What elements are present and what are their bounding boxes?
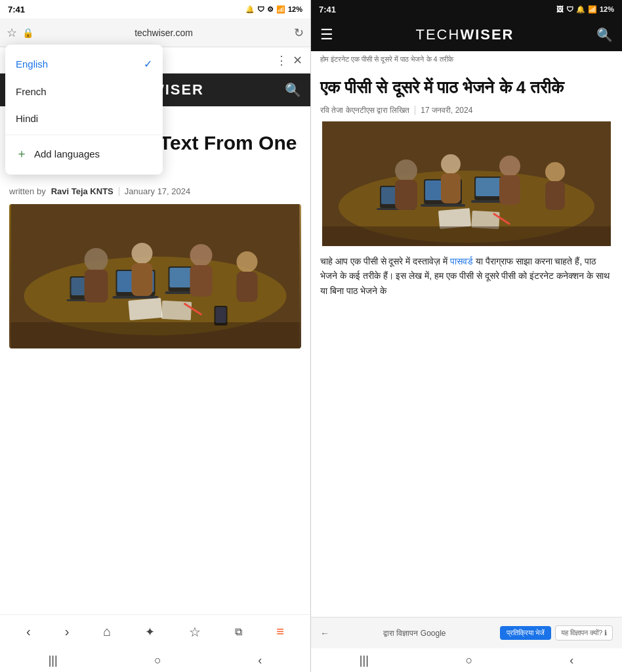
ad-bar: ← द्वारा विज्ञापन Google प्रतिक्रिया भेज… xyxy=(311,617,622,648)
site-header-right: ☰ TECHWISER 🔍 xyxy=(311,18,622,51)
svg-point-17 xyxy=(237,251,258,272)
svg-point-11 xyxy=(85,248,108,272)
status-bar-left: 7:41 🔔 🛡 ⚙ 📶 12% xyxy=(0,0,310,18)
body-part1: चाहे आप एक पीसी से दूसरे में दस्तावेज़ म… xyxy=(320,256,450,266)
shield-icon-right: 🛡 xyxy=(566,5,573,13)
language-hindi[interactable]: Hindi xyxy=(5,105,163,132)
recents-button-left[interactable]: ||| xyxy=(49,654,58,667)
bookmark-button-left[interactable]: ☆ xyxy=(189,624,201,640)
svg-point-15 xyxy=(190,244,213,266)
close-translate-icon[interactable]: ✕ xyxy=(293,53,302,68)
bottom-nav-left: ‹ › ⌂ ✦ ☆ ⧉ ≡ xyxy=(0,614,310,648)
right-phone: 7:41 🖼 🛡 🔔 📶 12% ☰ TECHWISER 🔍 होम इंटरन… xyxy=(311,0,622,672)
article-meta-right: रवि तेजा केएनटीएस द्वारा लिखित 17 जनवरी,… xyxy=(320,106,613,115)
ad-back-icon[interactable]: ← xyxy=(320,628,329,639)
notifications-icon: 🔔 xyxy=(245,5,255,14)
search-icon-left[interactable]: 🔍 xyxy=(285,82,301,98)
recents-button-right[interactable]: ||| xyxy=(360,654,369,667)
why-ad-text: यह विज्ञापन क्यों? xyxy=(561,629,602,637)
back-button-left[interactable]: ‹ xyxy=(26,624,31,639)
svg-rect-18 xyxy=(237,272,258,302)
article-meta-left: written by Ravi Teja KNTS January 17, 20… xyxy=(9,186,301,196)
time-left: 7:41 xyxy=(8,5,25,14)
svg-point-36 xyxy=(395,159,417,182)
meta-divider-left xyxy=(119,187,119,196)
publish-date-left: January 17, 2024 xyxy=(125,186,190,196)
info-icon: ℹ xyxy=(604,629,607,637)
publish-date-right: 17 जनवरी, 2024 xyxy=(421,106,472,115)
time-right: 7:41 xyxy=(319,5,336,14)
add-languages-item[interactable]: ＋ Add languages xyxy=(5,138,163,169)
english-label: English xyxy=(16,58,48,70)
gallery-icon-right: 🖼 xyxy=(556,5,564,13)
svg-rect-29 xyxy=(421,204,465,207)
svg-point-13 xyxy=(132,243,153,264)
svg-rect-16 xyxy=(190,265,213,297)
meeting-image-right-svg xyxy=(320,121,613,246)
logo-tech-right: TECH xyxy=(415,26,460,43)
refresh-icon[interactable]: ↻ xyxy=(294,26,304,40)
written-by-label: written by xyxy=(9,186,46,196)
forward-button-left[interactable]: › xyxy=(65,624,70,639)
language-english[interactable]: English ✓ xyxy=(5,50,163,78)
french-label: French xyxy=(16,86,47,97)
article-content-left: 4 Ways to Send Text From One PC to Anoth… xyxy=(0,122,310,614)
article-image-right xyxy=(320,121,613,246)
svg-rect-22 xyxy=(11,322,300,348)
meeting-image-svg xyxy=(9,204,301,348)
home-button-left[interactable]: ⌂ xyxy=(103,624,111,639)
settings-icon: ⚙ xyxy=(267,5,274,14)
svg-rect-39 xyxy=(441,173,461,203)
system-nav-right: ||| ○ ‹ xyxy=(311,648,622,672)
add-icon: ＋ xyxy=(16,146,28,161)
svg-rect-20 xyxy=(161,301,192,320)
breadcrumb-right: होम इंटरनेट एक पीसी से दूसरे में पाठ भेज… xyxy=(311,51,622,68)
logo-wiser-right: WISER xyxy=(460,26,514,43)
back-gesture-left[interactable]: ‹ xyxy=(258,654,262,667)
status-icons-left: 🔔 🛡 ⚙ 📶 12% xyxy=(245,5,302,14)
svg-rect-44 xyxy=(438,208,471,229)
svg-rect-14 xyxy=(132,263,153,296)
back-gesture-right[interactable]: ‹ xyxy=(570,654,573,667)
password-link[interactable]: पासवर्ड xyxy=(450,256,473,266)
article-title-right: एक पीसी से दूसरे में पाठ भेजने के 4 तरीक… xyxy=(320,77,613,99)
battery-right: 12% xyxy=(600,5,614,13)
svg-rect-4 xyxy=(113,296,159,299)
site-logo-right: TECHWISER xyxy=(333,26,596,43)
language-dropdown: English ✓ French Hindi ＋ Add languages xyxy=(5,45,163,175)
system-nav-left: ||| ○ ‹ xyxy=(0,648,310,672)
hamburger-menu-icon[interactable]: ☰ xyxy=(320,26,333,43)
address-bar: ☆ 🔒 techwiser.com ↻ xyxy=(0,18,310,47)
svg-rect-24 xyxy=(216,307,226,323)
shield-icon: 🛡 xyxy=(257,5,264,13)
url-display[interactable]: techwiser.com xyxy=(39,28,289,38)
home-circle-right[interactable]: ○ xyxy=(466,654,473,667)
magic-button-left[interactable]: ✦ xyxy=(145,625,155,639)
wifi-right: 📶 xyxy=(588,5,597,14)
svg-rect-45 xyxy=(471,211,499,229)
svg-rect-37 xyxy=(395,180,417,210)
article-content-right: एक पीसी से दूसरे में पाठ भेजने के 4 तरीक… xyxy=(311,68,622,617)
why-ad-button[interactable]: यह विज्ञापन क्यों? ℹ xyxy=(555,625,613,640)
svg-point-40 xyxy=(499,156,520,177)
ad-google-text: द्वारा विज्ञापन Google xyxy=(335,629,495,638)
bell-icon-right: 🔔 xyxy=(576,5,585,14)
svg-point-38 xyxy=(441,154,461,174)
author-meta-right: रवि तेजा केएनटीएस द्वारा लिखित xyxy=(320,106,409,115)
hindi-label: Hindi xyxy=(16,113,38,124)
menu-button-left[interactable]: ≡ xyxy=(276,624,284,639)
dropdown-divider xyxy=(5,135,163,135)
status-icons-right: 🖼 🛡 🔔 📶 12% xyxy=(556,5,614,14)
author-name-left[interactable]: Ravi Teja KNTS xyxy=(51,186,114,196)
feedback-button[interactable]: प्रतिक्रिया भेजें xyxy=(500,626,551,640)
ad-label: द्वारा विज्ञापन Google xyxy=(383,629,446,638)
breadcrumb-text-right: होम इंटरनेट एक पीसी से दूसरे में पाठ भेज… xyxy=(320,55,453,63)
language-french[interactable]: French xyxy=(5,78,163,105)
tabs-button-left[interactable]: ⧉ xyxy=(235,626,242,638)
battery-left: 12% xyxy=(288,5,302,13)
search-icon-right[interactable]: 🔍 xyxy=(596,27,613,43)
more-options-icon[interactable]: ⋮ xyxy=(276,53,287,68)
home-circle-left[interactable]: ○ xyxy=(154,654,161,667)
left-phone: 7:41 🔔 🛡 ⚙ 📶 12% ☆ 🔒 techwiser.com ↻ 🌐 S… xyxy=(0,0,311,672)
star-bookmark-icon[interactable]: ☆ xyxy=(7,26,17,40)
